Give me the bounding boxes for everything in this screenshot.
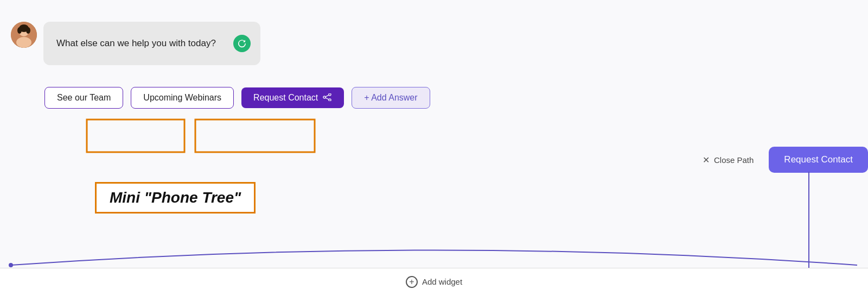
add-widget-label: Add widget	[422, 277, 462, 286]
svg-rect-11	[87, 120, 184, 152]
phone-tree-label: Mini "Phone Tree"	[95, 182, 256, 214]
svg-point-7	[329, 99, 331, 101]
svg-rect-12	[195, 120, 315, 152]
close-path-label: Close Path	[714, 155, 754, 165]
svg-point-13	[9, 263, 13, 267]
main-canvas: What else can we help you with today? Se…	[0, 0, 868, 295]
svg-point-6	[329, 93, 331, 96]
bottom-bar: + Add widget	[0, 268, 868, 295]
svg-line-10	[326, 97, 329, 99]
share-icon	[322, 93, 332, 103]
add-widget-button[interactable]: + Add widget	[395, 271, 473, 293]
bottom-arc-container	[0, 235, 868, 268]
add-widget-circle-icon: +	[406, 276, 418, 288]
avatar-image	[11, 22, 37, 48]
chat-bubble: What else can we help you with today?	[43, 22, 260, 65]
svg-point-5	[26, 27, 30, 34]
avatar	[11, 22, 37, 48]
svg-point-2	[16, 37, 31, 48]
chat-bubble-text: What else can we help you with today?	[56, 37, 216, 50]
svg-point-4	[17, 27, 22, 34]
vertical-connector-line	[808, 172, 809, 269]
right-controls: ✕ Close Path Request Contact	[696, 147, 868, 173]
svg-point-8	[323, 96, 326, 98]
answer-buttons-row: See our Team Upcoming Webinars Request C…	[44, 87, 430, 109]
request-contact-right-button[interactable]: Request Contact	[769, 147, 868, 173]
request-contact-button[interactable]: Request Contact	[241, 87, 344, 108]
refresh-icon[interactable]	[233, 35, 251, 52]
add-answer-button[interactable]: + Add Answer	[352, 87, 430, 109]
see-our-team-button[interactable]: See our Team	[44, 87, 123, 109]
close-path-button[interactable]: ✕ Close Path	[696, 150, 760, 170]
branch-lines	[81, 120, 331, 163]
request-contact-label: Request Contact	[253, 93, 318, 103]
svg-line-9	[326, 95, 329, 96]
upcoming-webinars-button[interactable]: Upcoming Webinars	[131, 87, 234, 109]
close-path-x-icon: ✕	[703, 155, 710, 165]
chat-area: What else can we help you with today?	[11, 22, 260, 65]
